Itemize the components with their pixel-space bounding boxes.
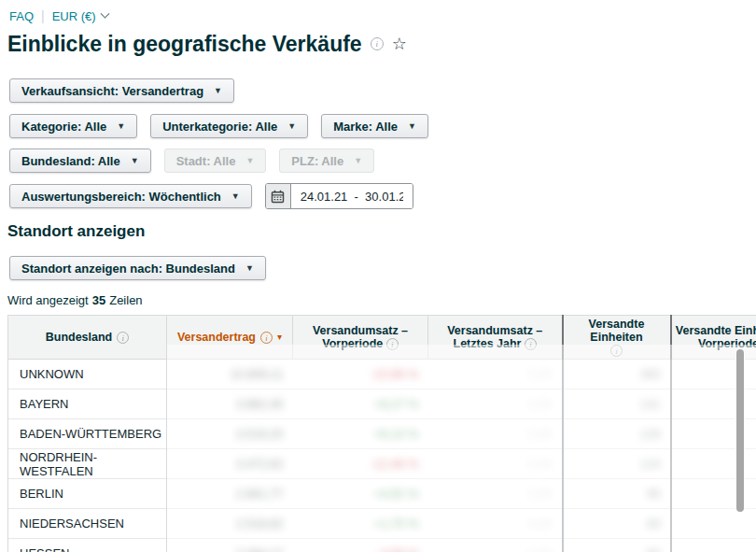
blurred-value: 2.518,82 xyxy=(236,517,284,531)
currency-selector[interactable]: EUR (€) xyxy=(52,9,108,23)
blurred-value: +8,27 % xyxy=(373,397,418,411)
blurred-value: 89 xyxy=(647,517,660,531)
period-label: Auswertungsbereich: Wöchentlich xyxy=(21,190,221,204)
state-label: Bundesland: Alle xyxy=(21,154,120,168)
cell-versandertrag: 3.882,45 xyxy=(167,389,293,419)
show-by-dropdown[interactable]: Standort anzeigen nach: Bundesland▼ xyxy=(9,256,266,280)
blurred-value: 0,00 xyxy=(528,487,552,501)
cell-bundesland: HESSEN xyxy=(8,539,167,552)
info-icon[interactable]: i xyxy=(610,345,623,357)
currency-label: EUR (€) xyxy=(52,9,96,23)
cell-versandertrag: 2.661,77 xyxy=(167,479,293,509)
vertical-scrollbar[interactable] xyxy=(736,349,744,512)
chevron-down-icon xyxy=(100,8,109,18)
blurred-value: 3.519,20 xyxy=(236,427,284,441)
cell-versandte-einheiten: 96 xyxy=(563,479,671,509)
column-header-bundesland[interactable]: Bundeslandi xyxy=(8,316,167,360)
filter-row-show-by: Standort anzeigen nach: Bundesland▼ xyxy=(9,256,756,280)
info-icon[interactable]: i xyxy=(117,332,129,344)
show-by-label: Standort anzeigen nach: Bundesland xyxy=(21,262,235,276)
blurred-value: 124 xyxy=(640,457,661,471)
blurred-value: 0,00 xyxy=(528,517,552,531)
cell-versandumsatz-vorperiode: +4,92 % xyxy=(293,479,428,509)
blurred-value: 0,00 xyxy=(528,367,552,381)
info-icon[interactable]: i xyxy=(525,338,537,350)
caret-down-icon: ▼ xyxy=(354,157,362,165)
cell-versandumsatz-letztes-jahr: 0,00 xyxy=(428,419,563,449)
zip-label: PLZ: Alle xyxy=(291,154,343,168)
cell-versandte-einheiten: 365 xyxy=(563,360,671,389)
period-dropdown[interactable]: Auswertungsbereich: Wöchentlich▼ xyxy=(9,184,252,208)
brand-label: Marke: Alle xyxy=(333,120,398,134)
caret-down-icon: ▼ xyxy=(245,157,254,165)
geo-sales-table-container: Bundeslandi Versandertragi▾ Versandumsat… xyxy=(7,315,756,552)
cell-bundesland: NIEDERSACHSEN xyxy=(8,509,167,539)
page-title: Einblicke in geografische Verkäufe xyxy=(7,33,362,55)
blurred-value: 0,00 xyxy=(528,457,552,471)
blurred-value: 365 xyxy=(640,367,661,381)
cell-versandumsatz-vorperiode: -3,58 % xyxy=(293,539,428,552)
cell-versandte-einheiten: 141 xyxy=(563,389,671,419)
brand-dropdown[interactable]: Marke: Alle▼ xyxy=(321,114,428,138)
geo-sales-table: Bundeslandi Versandertragi▾ Versandumsat… xyxy=(7,315,756,552)
caret-down-icon: ▼ xyxy=(117,122,125,131)
table-row: NIEDERSACHSEN 2.518,82 +1,75 % 0,00 89 8… xyxy=(8,509,756,539)
row-count-value: 35 xyxy=(92,293,105,307)
cell-bundesland: BAYERN xyxy=(8,389,167,419)
faq-link[interactable]: FAQ xyxy=(9,9,34,23)
cell-bundesland: UNKNOWN xyxy=(8,360,167,389)
date-range-group xyxy=(265,183,413,209)
favorite-star-icon[interactable]: ☆ xyxy=(392,35,407,52)
calendar-icon xyxy=(271,190,285,204)
city-label: Stadt: Alle xyxy=(176,154,236,168)
page-title-row: Einblicke in geografische Verkäufe i ☆ xyxy=(7,33,756,55)
cell-versandertrag: 3.519,20 xyxy=(167,419,293,449)
blurred-value: 96 xyxy=(647,487,660,501)
column-header-versandertrag-sorted[interactable]: Versandertragi▾ xyxy=(167,316,293,360)
cell-versandte-einheiten: 89 xyxy=(563,509,671,539)
cell-versandte-einheiten: 128 xyxy=(563,419,671,449)
caret-down-icon: ▼ xyxy=(131,157,139,165)
category-dropdown[interactable]: Kategorie: Alle▼ xyxy=(9,114,137,138)
sort-desc-icon: ▾ xyxy=(277,331,282,344)
caret-down-icon: ▼ xyxy=(245,264,254,273)
table-row: NORDRHEIN-WESTFALEN 3.472,62 -12,48 % 0,… xyxy=(8,449,756,479)
cell-versandertrag: 2.364,17 xyxy=(167,539,293,552)
info-icon[interactable]: i xyxy=(386,338,399,350)
state-dropdown[interactable]: Bundesland: Alle▼ xyxy=(9,149,151,173)
column-header-versandumsatz-letztes-jahr[interactable]: Versandumsatz – Letztes Jahr i xyxy=(428,316,563,360)
cell-versandte-einheiten: 124 xyxy=(563,449,671,479)
blurred-value: -10,96 % xyxy=(370,367,418,381)
sales-view-label: Verkaufsansicht: Versandertrag xyxy=(21,84,203,98)
cell-versandumsatz-letztes-jahr: 0,00 xyxy=(428,389,563,419)
sales-view-dropdown[interactable]: Verkaufsansicht: Versandertrag▼ xyxy=(9,78,234,103)
blurred-value: 85 xyxy=(647,546,660,552)
calendar-button[interactable] xyxy=(266,184,291,208)
row-count: Wird angezeigt 35 Zeilen xyxy=(7,293,756,307)
subcategory-label: Unterkategorie: Alle xyxy=(162,120,277,134)
date-range-input[interactable] xyxy=(291,184,413,208)
filter-row-sales-view: Verkaufsansicht: Versandertrag▼ xyxy=(9,78,756,103)
column-header-versandte-einheiten[interactable]: Versandte Einheiten i xyxy=(563,316,671,360)
row-count-suffix: Zeilen xyxy=(109,293,142,307)
info-icon[interactable]: i xyxy=(260,332,273,344)
cell-versandumsatz-letztes-jahr: 0,00 xyxy=(428,479,563,509)
blurred-value: +6,14 % xyxy=(373,427,418,441)
blurred-value: 141 xyxy=(640,397,661,411)
cell-versandumsatz-letztes-jahr: 0,00 xyxy=(428,360,563,389)
subcategory-dropdown[interactable]: Unterkategorie: Alle▼ xyxy=(150,114,308,138)
cell-versandte-einheiten-vorperiode: 87 xyxy=(671,509,756,539)
cell-versandumsatz-vorperiode: -10,96 % xyxy=(293,360,428,389)
blurred-value: 128 xyxy=(640,427,661,441)
column-header-versandumsatz-vorperiode[interactable]: Versandumsatz – Vorperiode i xyxy=(293,316,428,360)
blurred-value: 0,00 xyxy=(528,427,552,441)
cell-versandumsatz-vorperiode: +8,27 % xyxy=(293,389,428,419)
table-row: UNKNOWN 10.809,11 -10,96 % 0,00 365 410 xyxy=(8,360,756,389)
filter-row-location: Bundesland: Alle▼ Stadt: Alle▼ PLZ: Alle… xyxy=(9,149,756,173)
cell-bundesland: BERLIN xyxy=(8,479,167,509)
info-icon[interactable]: i xyxy=(371,37,384,50)
filter-row-category: Kategorie: Alle▼ Unterkategorie: Alle▼ M… xyxy=(9,114,756,138)
blurred-value: +1,75 % xyxy=(373,517,418,531)
cell-versandte-einheiten-vorperiode: 88 xyxy=(671,539,756,552)
column-label: Versandertrag xyxy=(177,331,256,344)
